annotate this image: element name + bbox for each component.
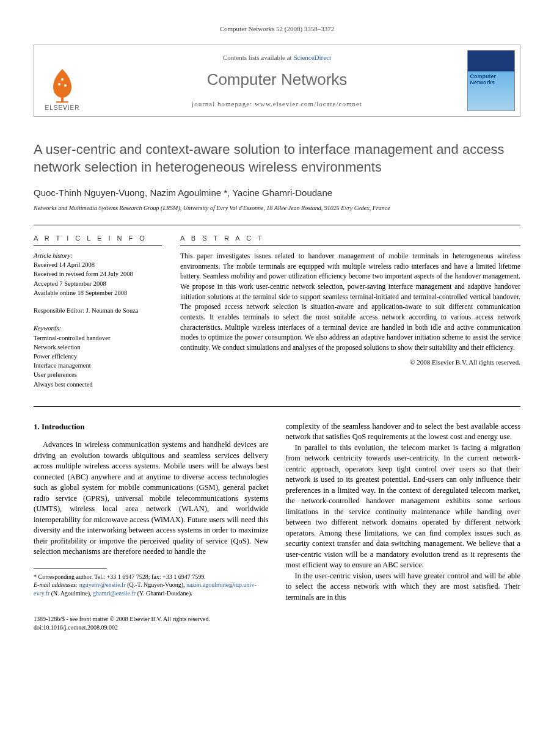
abstract-copyright: © 2008 Elsevier B.V. All rights reserved… [180, 358, 520, 367]
body-paragraph: In parallel to this evolution, the telec… [286, 443, 521, 571]
journal-banner: ELSEVIER Contents lists available at Sci… [34, 45, 520, 117]
journal-homepage: journal homepage: www.elsevier.com/locat… [192, 100, 362, 109]
author-list: Quoc-Thinh Nguyen-Vuong, Nazim Agoulmine… [34, 186, 520, 199]
divider [34, 406, 520, 407]
running-header: Computer Networks 52 (2008) 3358–3372 [34, 24, 520, 34]
body-paragraph: In the user-centric vision, users will h… [286, 571, 521, 603]
email-attribution: (Y. Ghamri-Doudane). [137, 590, 192, 597]
history-received: Received 14 April 2008 [34, 260, 162, 269]
footnote-emails: E-mail addresses: nguyenv@ensiie.fr (Q.-… [34, 581, 269, 597]
keyword: Interface management [34, 361, 162, 370]
abstract-column: A B S T R A C T This paper investigates … [180, 234, 520, 398]
body-paragraph: complexity of the seamless handover and … [286, 421, 521, 443]
keyword: Terminal-controlled handover [34, 333, 162, 343]
keyword: Always best connected [34, 380, 162, 389]
elsevier-logo: ELSEVIER [38, 57, 87, 112]
article-title: A user-centric and context-aware solutio… [34, 141, 520, 176]
history-label: Article history: [34, 251, 162, 260]
svg-point-2 [61, 78, 64, 81]
banner-center: Contents lists available at ScienceDirec… [92, 45, 462, 116]
history-accepted: Accepted 7 September 2008 [34, 279, 162, 288]
publisher-logo-area: ELSEVIER [34, 45, 92, 116]
sciencedirect-link[interactable]: ScienceDirect [293, 54, 331, 61]
body-paragraph: Advances in wireless communication syste… [34, 440, 269, 558]
divider [34, 225, 520, 225]
email-attribution: (Q.-T. Nguyen-Vuong), [127, 581, 184, 588]
doi: doi:10.1016/j.comnet.2008.09.002 [34, 623, 520, 632]
issn-copyright: 1389-1286/$ - see front matter © 2008 El… [34, 615, 520, 623]
front-matter-footer: 1389-1286/$ - see front matter © 2008 El… [34, 615, 520, 631]
journal-cover-area: Computer Networks [462, 45, 520, 116]
author-email-link[interactable]: nguyenv@ensiie.fr [79, 581, 126, 588]
contents-available: Contents lists available at ScienceDirec… [223, 53, 331, 62]
emails-label: E-mail addresses: [34, 581, 78, 588]
publisher-name: ELSEVIER [45, 104, 80, 112]
article-info-column: A R T I C L E I N F O Article history: R… [34, 234, 162, 398]
abstract-heading: A B S T R A C T [180, 234, 520, 243]
affiliation: Networks and Multimedia Systems Research… [34, 204, 520, 213]
svg-point-1 [64, 84, 67, 87]
history-online: Available online 18 September 2008 [34, 288, 162, 297]
elsevier-tree-icon [44, 66, 81, 103]
corresponding-author-footnote: * Corresponding author. Tel.: +33 1 6947… [34, 573, 269, 598]
abstract-text: This paper investigates issues related t… [180, 251, 520, 353]
keywords-label: Keywords: [34, 324, 162, 333]
article-info-heading: A R T I C L E I N F O [34, 234, 162, 243]
section-heading-introduction: 1. Introduction [34, 421, 269, 432]
author-email-link[interactable]: ghamri@ensiie.fr [93, 590, 136, 597]
article-body: 1. Introduction Advances in wireless com… [34, 421, 520, 603]
keywords-block: Keywords: Terminal-controlled handover N… [34, 324, 162, 389]
keyword: Network selection [34, 343, 162, 352]
journal-title: Computer Networks [207, 68, 348, 90]
footnote-rule [34, 569, 107, 569]
responsible-editor: Responsible Editor: J. Neuman de Souza [34, 306, 162, 315]
cover-title: Computer Networks [470, 74, 512, 86]
footnote-corr: * Corresponding author. Tel.: +33 1 6947… [34, 573, 269, 581]
keyword: Power efficiency [34, 352, 162, 361]
article-history: Article history: Received 14 April 2008 … [34, 251, 162, 297]
svg-point-0 [58, 83, 60, 85]
email-attribution: (N. Agoulmine), [51, 590, 92, 597]
history-revised: Received in revised form 24 July 2008 [34, 269, 162, 278]
journal-cover-thumbnail: Computer Networks [467, 50, 515, 111]
keyword: User preferences [34, 370, 162, 379]
contents-prefix: Contents lists available at [223, 54, 293, 61]
